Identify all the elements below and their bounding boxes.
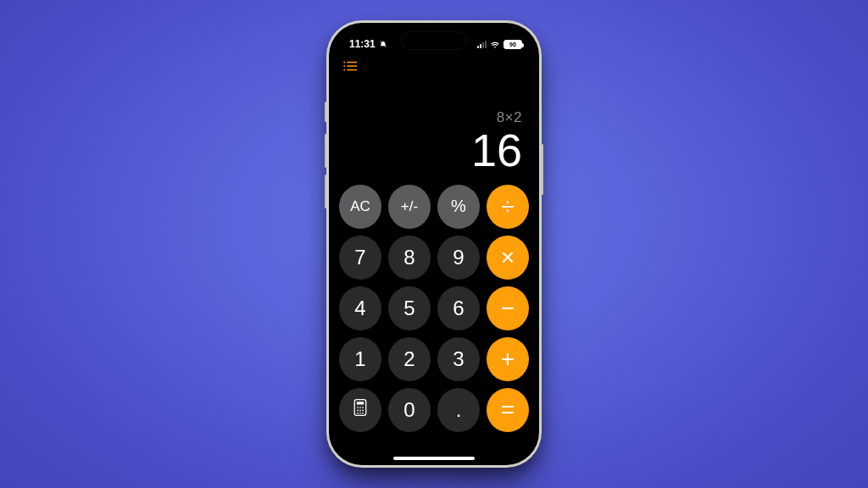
cellular-icon — [477, 41, 487, 48]
ac-button[interactable]: AC — [339, 185, 381, 229]
zero-button[interactable]: 0 — [388, 388, 431, 432]
keypad: AC +/- % ÷ 7 8 9 × 4 5 6 − 1 2 3 + — [329, 180, 539, 465]
svg-point-3 — [343, 65, 345, 67]
svg-point-11 — [362, 407, 364, 408]
volume-down-button — [325, 175, 326, 208]
status-right: 90 — [477, 40, 522, 49]
plus-button[interactable]: + — [487, 337, 529, 381]
top-bar — [329, 57, 539, 75]
wifi-icon — [490, 40, 500, 48]
list-icon — [342, 60, 358, 75]
calculator-display: 8×2 16 — [329, 75, 539, 180]
status-left: 11:31 — [349, 38, 387, 50]
svg-point-5 — [343, 69, 345, 71]
svg-point-10 — [359, 407, 361, 408]
side-button — [325, 102, 326, 122]
divide-button[interactable]: ÷ — [487, 185, 529, 229]
iphone-frame: 11:31 90 — [326, 20, 542, 468]
dynamic-island — [401, 31, 467, 50]
screen: 11:31 90 — [329, 23, 539, 465]
eight-button[interactable]: 8 — [388, 236, 431, 280]
six-button[interactable]: 6 — [437, 286, 480, 330]
svg-point-14 — [362, 409, 364, 411]
svg-point-16 — [359, 413, 361, 414]
battery-icon: 90 — [504, 40, 522, 49]
power-button — [542, 144, 543, 195]
four-button[interactable]: 4 — [339, 286, 381, 330]
svg-point-17 — [362, 413, 364, 414]
decimal-button[interactable]: . — [437, 388, 480, 432]
svg-point-13 — [359, 409, 361, 411]
history-button[interactable] — [341, 60, 359, 75]
svg-point-1 — [343, 62, 345, 64]
three-button[interactable]: 3 — [437, 337, 480, 381]
sign-button[interactable]: +/- — [388, 185, 431, 229]
svg-point-9 — [357, 407, 359, 408]
battery-percent: 90 — [509, 42, 516, 47]
equals-button[interactable]: = — [487, 388, 529, 432]
nine-button[interactable]: 9 — [437, 236, 480, 280]
multiply-button[interactable]: × — [487, 236, 529, 280]
calculator-icon — [353, 398, 368, 422]
svg-rect-8 — [357, 402, 364, 404]
svg-point-15 — [357, 413, 359, 414]
five-button[interactable]: 5 — [388, 286, 431, 330]
silent-icon — [379, 40, 387, 48]
result-text: 16 — [346, 126, 522, 175]
status-time: 11:31 — [349, 38, 376, 50]
calculator-mode-button[interactable] — [339, 388, 381, 432]
svg-point-12 — [357, 409, 359, 411]
one-button[interactable]: 1 — [339, 337, 381, 381]
volume-up-button — [325, 134, 326, 168]
seven-button[interactable]: 7 — [339, 236, 381, 280]
two-button[interactable]: 2 — [388, 337, 431, 381]
expression-text: 8×2 — [346, 109, 522, 126]
percent-button[interactable]: % — [437, 185, 480, 229]
minus-button[interactable]: − — [487, 286, 529, 330]
home-indicator[interactable] — [393, 457, 475, 460]
